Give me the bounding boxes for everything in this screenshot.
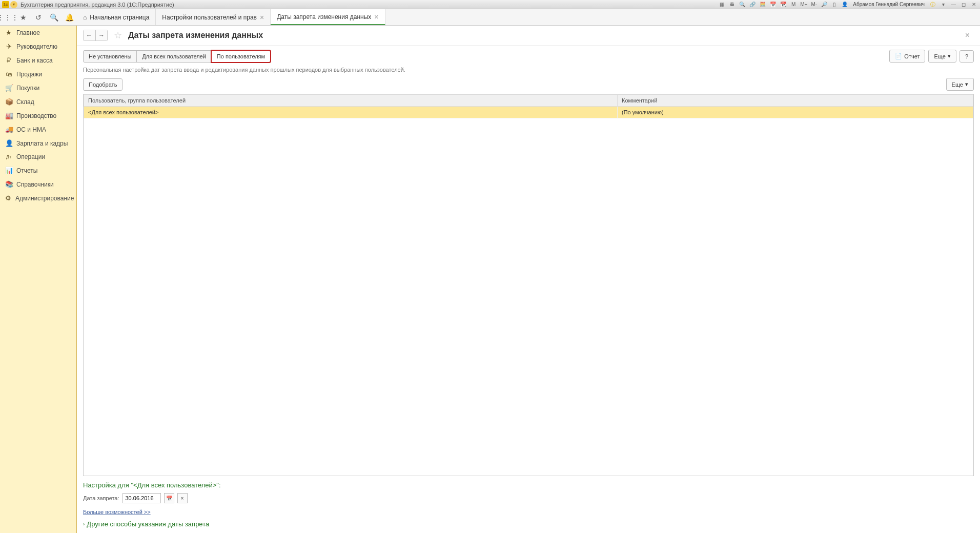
close-page-icon[interactable]: × [961,31,974,40]
content-area: ← → ☆ Даты запрета изменения данных × Не… [77,26,980,533]
setting-title: Настройка для "<Для всех пользователей>"… [83,481,974,489]
more-options-link[interactable]: Больше возможностей >> [83,509,151,515]
mode-not-set[interactable]: Не установлены [83,50,137,63]
gear-icon: ⚙ [5,194,11,202]
titlebar: 1c ▾ Бухгалтерия предприятия, редакция 3… [0,0,980,9]
print-icon[interactable]: 🖶 [728,1,736,8]
table-more-button[interactable]: Еще▾ [946,78,974,91]
link-icon[interactable]: 🔗 [748,1,757,8]
forward-button[interactable]: → [95,30,108,41]
sidebar-item-assets[interactable]: 🚚ОС и НМА [0,122,76,136]
sidebar-label: Главное [16,29,40,36]
table-row[interactable]: <Для всех пользователей> (По умолчанию) [84,107,973,118]
zoom-icon[interactable]: 🔎 [820,1,828,8]
mem-m-icon[interactable]: M [789,1,798,8]
date-input[interactable] [122,493,161,503]
notifications-icon[interactable]: 🔔 [62,9,77,25]
sidebar-item-main[interactable]: ★Главное [0,26,76,39]
report-label: Отчет [904,53,920,59]
person-icon: 👤 [5,139,12,147]
bag-icon: 🛍 [5,70,12,78]
tab-close-icon[interactable]: × [374,13,378,21]
sidebar-item-sales[interactable]: 🛍Продажи [0,67,76,81]
tab-home[interactable]: ⌂ Начальная страница [77,9,156,25]
info-icon[interactable]: ⓘ [929,1,937,8]
sidebar-item-admin[interactable]: ⚙Администрирование [0,191,76,205]
tab-label: Настройки пользователей и прав [162,14,257,21]
mode-button-group: Не установлены Для всех пользователей По… [83,50,271,63]
tab-users-settings[interactable]: Настройки пользователей и прав × [156,9,271,25]
maximize-icon[interactable]: ◻ [959,1,968,8]
chevron-down-icon: ▾ [965,81,968,88]
main-toolbar: ⋮⋮⋮ ★ ↺ 🔍 🔔 ⌂ Начальная страница Настрой… [0,9,980,26]
col-header-comment[interactable]: Комментарий [618,95,973,107]
chevron-right-icon: › [83,521,85,527]
box-icon: 📦 [5,98,12,106]
calendar-picker-icon[interactable]: 📅 [164,493,174,503]
select-row: Подобрать Еще▾ [77,75,980,94]
history-icon[interactable]: ↺ [31,9,46,25]
sidebar-item-purchases[interactable]: 🛒Покупки [0,81,76,95]
book-icon: 📚 [5,180,12,188]
sidebar-item-references[interactable]: 📚Справочники [0,177,76,191]
cart-icon: 🛒 [5,84,12,92]
date-label: Дата запрета: [83,495,119,501]
select-users-button[interactable]: Подобрать [83,78,122,91]
apps-grid-icon[interactable]: ⋮⋮⋮ [0,9,15,25]
factory-icon: 🏭 [5,112,12,119]
col-header-user[interactable]: Пользователь, группа пользователей [84,95,618,107]
user-icon: 👤 [841,1,849,8]
calendar2-icon[interactable]: 📆 [779,1,787,8]
ruble-icon: ₽ [5,56,12,64]
sidebar-label: Операции [16,153,45,160]
user-name[interactable]: Абрамов Геннадий Сергеевич [853,2,925,7]
mode-by-users[interactable]: По пользователям [211,50,271,63]
sidebar-label: Администрирование [15,195,74,202]
close-window-icon[interactable]: ✕ [970,1,978,8]
calendar-icon[interactable]: 📅 [769,1,777,8]
dropdown-icon[interactable]: ▾ [939,1,947,8]
report-icon: 📄 [895,53,902,59]
date-row: Дата запрета: 📅 × [83,493,974,503]
search-icon[interactable]: 🔍 [46,9,62,25]
sidebar-item-bank[interactable]: ₽Банк и касса [0,53,76,67]
mem-mplus-icon[interactable]: M+ [800,1,808,8]
home-icon: ⌂ [83,14,87,21]
calc-icon[interactable]: 🧮 [759,1,767,8]
tab-dates-lock[interactable]: Даты запрета изменения данных × [271,9,385,25]
panel-icon[interactable]: ▯ [830,1,839,8]
description-text: Персональная настройка дат запрета ввода… [77,67,980,75]
sidebar-item-production[interactable]: 🏭Производство [0,109,76,122]
sidebar-label: Производство [16,112,56,119]
sidebar-label: Отчеты [16,167,37,174]
app-logo-icon: 1c [2,1,9,8]
sidebar-label: Продажи [16,71,42,78]
favorite-toggle-icon[interactable]: ☆ [112,30,124,41]
help-button[interactable]: ? [959,50,974,63]
sidebar-item-salary[interactable]: 👤Зарплата и кадры [0,136,76,150]
sidebar-item-operations[interactable]: ДтОперации [0,150,76,163]
mem-mminus-icon[interactable]: M- [810,1,818,8]
truck-icon: 🚚 [5,126,12,133]
tab-close-icon[interactable]: × [260,13,264,22]
back-button[interactable]: ← [83,30,95,41]
more-button[interactable]: Еще▾ [928,50,956,63]
report-button[interactable]: 📄Отчет [889,50,925,63]
sidebar-item-reports[interactable]: 📊Отчеты [0,163,76,177]
sidebar-item-manager[interactable]: ✈Руководителю [0,39,76,53]
plane-icon: ✈ [5,43,12,50]
users-table-wrap: Пользователь, группа пользователей Комме… [83,94,974,476]
clear-date-icon[interactable]: × [177,493,188,503]
app-menu-dropdown-icon[interactable]: ▾ [10,1,17,8]
favorites-icon[interactable]: ★ [15,9,31,25]
tab-bar: ⌂ Начальная страница Настройки пользоват… [77,9,980,25]
search-small-icon[interactable]: 🔍 [738,1,746,8]
sidebar-item-warehouse[interactable]: 📦Склад [0,95,76,109]
mode-all-users[interactable]: Для всех пользователей [136,50,212,63]
more-label: Еще [952,81,963,88]
expand-other-methods[interactable]: › Другие способы указания даты запрета [83,520,974,528]
minimize-icon[interactable]: — [949,1,957,8]
sidebar: ★Главное ✈Руководителю ₽Банк и касса 🛍Пр… [0,26,77,533]
grid-icon[interactable]: ▦ [718,1,726,8]
chevron-down-icon: ▾ [948,53,951,59]
